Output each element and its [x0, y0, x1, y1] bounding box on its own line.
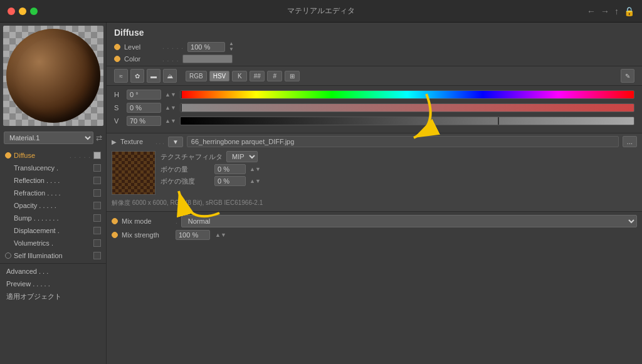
reflection-label: Reflection . . . .	[14, 177, 91, 184]
level-input[interactable]	[187, 42, 225, 52]
sidebar-item-displacement[interactable]: Displacement .	[0, 224, 106, 237]
sidebar-item-opacity[interactable]: Opacity . . . . .	[0, 199, 106, 212]
volumetrics-label: Volumetrics .	[14, 239, 91, 247]
blur-label: ボケの量	[160, 165, 211, 174]
volumetrics-checkbox[interactable]	[93, 239, 101, 247]
tool-mountain[interactable]: ⛰	[163, 69, 177, 83]
diffuse-checkbox[interactable]	[93, 152, 101, 159]
level-stepper[interactable]: ▲▼	[229, 41, 234, 52]
sidebar-item-reflection[interactable]: Reflection . . . .	[0, 174, 106, 187]
mode-hsv[interactable]: HSV	[209, 71, 230, 81]
maximize-button[interactable]	[30, 8, 38, 15]
texture-dropdown-button[interactable]: ▼	[168, 137, 183, 147]
value-thumb	[498, 117, 499, 125]
diffuse-dots: . . . . .	[70, 152, 91, 159]
color-dots: . . . .	[162, 56, 179, 63]
color-label: Color	[124, 55, 159, 63]
saturation-stepper[interactable]: ▲▼	[165, 105, 176, 111]
window-title: マテリアルエディタ	[287, 6, 355, 16]
blur-input[interactable]	[214, 164, 246, 174]
hue-input[interactable]	[127, 90, 161, 100]
level-dots: . . . . .	[162, 43, 184, 50]
sidebar-item-self-illumination[interactable]: Self Illumination	[0, 249, 106, 262]
mix-mode-dots: .	[176, 218, 177, 225]
mix-mode-select[interactable]: Normal	[181, 215, 637, 227]
mode-hash-hash[interactable]: ##	[250, 71, 265, 81]
diffuse-radio[interactable]	[5, 152, 11, 159]
mix-strength-radio[interactable]	[112, 232, 118, 238]
blur-strength-input[interactable]	[214, 176, 246, 186]
diffuse-label: Diffuse	[14, 152, 67, 159]
window-controls[interactable]	[8, 8, 38, 15]
sidebar-item-volumetrics[interactable]: Volumetrics .	[0, 237, 106, 249]
filter-row: テクスチャフィルタ MIP	[160, 151, 637, 162]
filter-select[interactable]: MIP	[226, 151, 258, 162]
lock-icon[interactable]: 🔒	[624, 6, 634, 16]
filter-label: テクスチャフィルタ	[160, 152, 223, 162]
sidebar-item-diffuse[interactable]: Diffuse . . . . .	[0, 149, 106, 162]
up-icon[interactable]: ↑	[614, 6, 619, 16]
saturation-input[interactable]	[127, 103, 161, 113]
mode-k[interactable]: K	[232, 71, 247, 81]
mix-mode-radio[interactable]	[112, 218, 118, 224]
forward-icon[interactable]: →	[601, 6, 609, 16]
mix-section: Mix mode . Normal Mix strength ▲▼	[107, 211, 642, 246]
saturation-slider[interactable]	[180, 103, 634, 112]
blur-strength-stepper[interactable]: ▲▼	[250, 178, 261, 184]
blur-stepper[interactable]: ▲▼	[250, 166, 261, 172]
value-input[interactable]	[127, 116, 161, 126]
mix-strength-stepper[interactable]: ▲▼	[215, 232, 226, 238]
color-swatch[interactable]	[182, 55, 233, 63]
opacity-checkbox[interactable]	[93, 202, 101, 209]
saturation-row: S ▲▼	[114, 103, 634, 113]
material-preview	[3, 26, 103, 126]
hue-slider[interactable]	[180, 90, 634, 99]
titlebar-right-controls[interactable]: ← → ↑ 🔒	[587, 6, 634, 16]
level-radio[interactable]	[114, 44, 120, 50]
main-layout: Material.1 ⇄ Diffuse . . . . . Transluce…	[0, 23, 642, 364]
back-icon[interactable]: ←	[587, 6, 596, 16]
translucency-checkbox[interactable]	[93, 164, 101, 172]
blur-strength-label: ボケの強度	[160, 177, 211, 186]
titlebar: マテリアルエディタ ← → ↑ 🔒	[0, 0, 642, 23]
color-radio[interactable]	[114, 56, 120, 62]
sidebar-item-advanced[interactable]: Advanced . . .	[0, 265, 106, 278]
displacement-label: Displacement .	[14, 227, 91, 234]
tool-flower[interactable]: ✿	[130, 69, 144, 83]
self-illumination-checkbox[interactable]	[93, 252, 101, 259]
value-stepper[interactable]: ▲▼	[165, 118, 176, 124]
self-illumination-radio[interactable]	[5, 252, 11, 259]
close-button[interactable]	[8, 8, 15, 15]
tool-waves[interactable]: ≈	[114, 69, 128, 83]
material-lock-icon[interactable]: ⇄	[96, 133, 102, 142]
texture-more-button[interactable]: ...	[623, 136, 637, 147]
preview-sphere	[6, 29, 100, 123]
sidebar-item-bump[interactable]: Bump . . . . . . .	[0, 212, 106, 224]
controls-area: Level . . . . . ▲▼ Color . . . .	[107, 41, 642, 66]
panel-title: Diffuse	[107, 23, 642, 41]
sidebar-item-refraction[interactable]: Refraction . . . .	[0, 187, 106, 199]
texture-expand-arrow[interactable]: ▶	[112, 138, 117, 145]
minimize-button[interactable]	[19, 8, 26, 15]
displacement-checkbox[interactable]	[93, 227, 101, 234]
mix-mode-row: Mix mode . Normal	[112, 215, 637, 227]
slider-area: H ▲▼ S ▲▼ V ▲▼	[107, 86, 642, 133]
sidebar-item-translucency[interactable]: Translucency .	[0, 162, 106, 174]
color-row: Color . . . .	[114, 55, 634, 63]
reflection-checkbox[interactable]	[93, 177, 101, 184]
hue-stepper[interactable]: ▲▼	[165, 91, 176, 98]
tool-rect[interactable]: ▬	[147, 69, 160, 83]
value-row: V ▲▼	[114, 116, 634, 126]
eyedropper-icon[interactable]: ✎	[621, 69, 634, 83]
mode-grid[interactable]: ⊞	[285, 71, 300, 81]
mode-rgb[interactable]: RGB	[186, 71, 207, 81]
sidebar-item-apply-objects[interactable]: 適用オブジェクト	[0, 290, 106, 303]
sidebar-item-preview[interactable]: Preview . . . . .	[0, 278, 106, 290]
refraction-checkbox[interactable]	[93, 189, 101, 197]
bump-checkbox[interactable]	[93, 214, 101, 222]
material-select[interactable]: Material.1	[4, 132, 93, 144]
mix-strength-input[interactable]	[176, 230, 210, 240]
value-slider[interactable]	[180, 117, 634, 125]
mode-hash[interactable]: #	[267, 71, 282, 81]
saturation-thumb	[181, 104, 182, 112]
